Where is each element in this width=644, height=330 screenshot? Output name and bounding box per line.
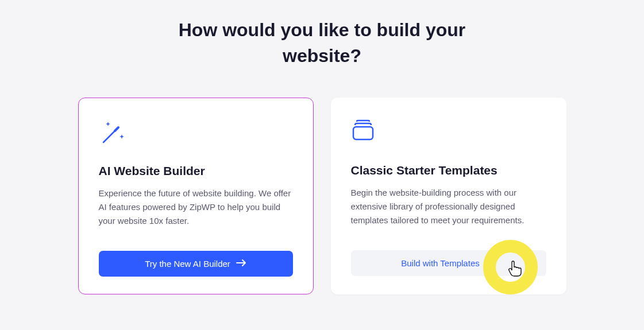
svg-rect-2 [353,127,373,139]
classic-card-description: Begin the website-building process with … [351,186,546,227]
try-ai-builder-button[interactable]: Try the New AI Builder [99,251,293,277]
option-cards-container: AI Website Builder Experience the future… [23,98,621,294]
ai-builder-card[interactable]: AI Website Builder Experience the future… [78,98,314,294]
classic-button-label: Build with Templates [401,258,479,268]
svg-line-1 [115,127,118,131]
ai-card-description: Experience the future of website buildin… [99,187,293,228]
arrow-right-icon [236,259,246,269]
build-with-templates-button[interactable]: Build with Templates [351,250,546,276]
magic-wand-icon [99,118,293,147]
page-heading: How would you like to build your website… [150,17,495,69]
templates-stack-icon [351,118,546,146]
ai-button-label: Try the New AI Builder [145,259,230,269]
ai-card-title: AI Website Builder [99,164,293,178]
classic-templates-card[interactable]: Classic Starter Templates Begin the webs… [331,98,566,294]
classic-card-title: Classic Starter Templates [351,164,546,177]
arrow-right-icon [485,258,496,268]
